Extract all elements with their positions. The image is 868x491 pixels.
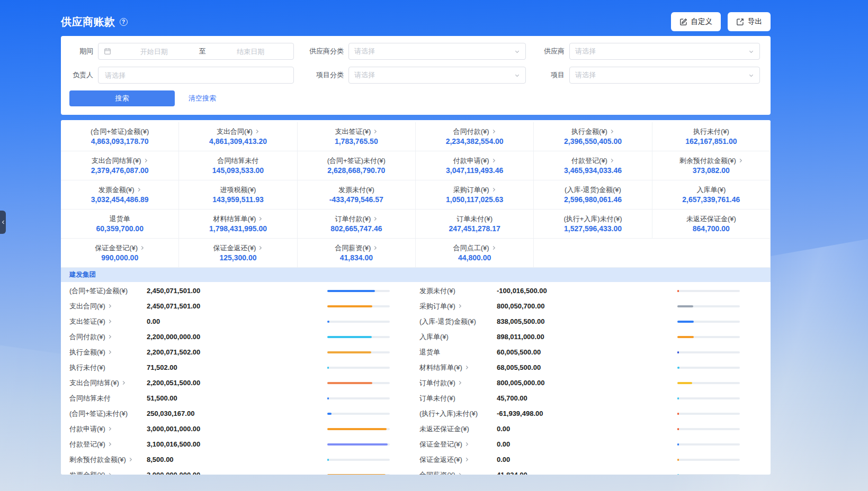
metric-value: 0.00	[497, 425, 677, 433]
stat-cell[interactable]: 保证金返还(¥) 125,300.00	[179, 239, 297, 268]
group-metrics: (合同+签证)金额(¥) 2,450,071,501.00 支出合同(¥)	[61, 282, 771, 475]
metric-row[interactable]: 保证金登记(¥) 0.00	[419, 437, 740, 452]
metric-row: (合同+签证)金额(¥) 2,450,071,501.00	[69, 283, 390, 298]
chevron-down-icon	[514, 49, 520, 54]
stat-label: 合同结算未付	[217, 157, 258, 164]
supplier-category-select[interactable]: 请选择	[348, 43, 526, 60]
start-date-input[interactable]	[111, 47, 197, 56]
metric-value: 2,450,071,501.00	[147, 287, 327, 295]
customize-button[interactable]: 自定义	[671, 12, 721, 31]
metric-label-text: 保证金登记(¥)	[419, 440, 462, 449]
summary-stats-grid: (合同+签证)金额(¥) 4,863,093,178.70 支出合同(¥) 4,…	[61, 122, 771, 268]
stat-cell[interactable]: 保证金登记(¥) 990,000.00	[61, 239, 179, 268]
stat-cell[interactable]: 材料结算单(¥) 1,798,431,995.00	[179, 210, 297, 239]
stat-label: 付款登记(¥)	[571, 157, 614, 164]
stat-cell[interactable]: 付款申请(¥) 3,047,119,493.46	[416, 151, 534, 180]
chevron-right-icon	[137, 187, 141, 192]
metric-row[interactable]: 合同薪资(¥) 41,834.00	[419, 467, 740, 475]
stat-label: (入库-退货)金额(¥)	[565, 186, 621, 193]
stat-value: 2,379,476,087.00	[91, 167, 149, 174]
metric-label: 合同付款(¥)	[69, 332, 147, 342]
chevron-right-icon	[491, 129, 496, 134]
chevron-right-icon	[458, 472, 462, 475]
group-name[interactable]: 建发集团	[69, 270, 96, 279]
metric-row[interactable]: 执行金额(¥) 2,200,071,502.00	[69, 344, 390, 360]
stat-cell[interactable]: 付款登记(¥) 3,465,934,033.46	[534, 151, 652, 180]
chevron-right-icon	[610, 129, 614, 134]
stat-cell[interactable]: 采购订单(¥) 1,050,117,025.63	[416, 180, 534, 210]
metric-row[interactable]: 发票金额(¥) 3,000,000,000.00	[69, 467, 390, 475]
metric-row[interactable]: 支出签证(¥) 0.00	[69, 314, 390, 329]
metric-label-text: 发票金额(¥)	[69, 470, 105, 475]
stat-value: 145,093,533.00	[212, 167, 264, 174]
metric-label: 支出合同结算(¥)	[69, 378, 147, 388]
metric-label-text: (入库-退货)金额(¥)	[419, 317, 476, 326]
stat-label: 未返还保证金(¥)	[686, 215, 736, 222]
metric-label-text: 订单付款(¥)	[419, 378, 455, 388]
owner-picker[interactable]	[98, 67, 294, 84]
stat-cell[interactable]: 支出合同(¥) 4,861,309,413.20	[179, 122, 297, 151]
metric-label: (入库-退货)金额(¥)	[419, 317, 497, 326]
stat-label: 支出签证(¥)	[335, 128, 378, 135]
project-category-label: 项目分类	[294, 70, 348, 80]
export-button-label: 导出	[748, 17, 762, 26]
page-content: 供应商账款 ? 自定义 导出 期间 至 供应商分类	[61, 0, 771, 475]
metric-row[interactable]: 支出合同(¥) 2,450,071,501.00	[69, 298, 390, 314]
metric-label-text: 发票未付(¥)	[419, 286, 455, 296]
stat-cell[interactable]: 订单付款(¥) 802,665,747.46	[298, 210, 416, 239]
export-icon	[736, 18, 744, 26]
owner-input[interactable]	[104, 71, 288, 80]
project-category-select[interactable]: 请选择	[348, 67, 526, 84]
metric-row: 合同结算未付 51,500.00	[69, 390, 390, 406]
metric-value: 800,005,000.00	[497, 379, 677, 387]
chevron-right-icon	[108, 472, 112, 475]
stat-cell[interactable]: 合同付款(¥) 2,234,382,554.00	[416, 122, 534, 151]
project-select[interactable]: 请选择	[569, 67, 760, 84]
stat-cell[interactable]: 发票金额(¥) 3,032,454,486.89	[61, 180, 179, 210]
metric-row[interactable]: 合同付款(¥) 2,200,000,000.00	[69, 329, 390, 344]
stat-cell[interactable]: 支出签证(¥) 1,783,765.50	[298, 122, 416, 151]
metric-bar-fill	[677, 321, 694, 323]
date-range-picker[interactable]: 至	[98, 43, 294, 60]
metric-value: 45,700.00	[497, 394, 677, 402]
stat-label-text: (执行+入库)未付(¥)	[563, 215, 622, 222]
metric-label: 未返还保证金(¥)	[419, 424, 497, 434]
end-date-input[interactable]	[208, 47, 294, 56]
metric-label: 退货单	[419, 348, 497, 357]
chevron-right-icon	[108, 334, 112, 339]
side-drawer-handle[interactable]	[0, 211, 6, 234]
metric-row[interactable]: 支出合同结算(¥) 2,200,051,500.00	[69, 375, 390, 390]
metric-row[interactable]: 材料结算单(¥) 68,005,500.00	[419, 360, 740, 375]
help-icon[interactable]: ?	[120, 18, 128, 26]
metric-label-text: (执行+入库)未付(¥)	[419, 409, 478, 419]
chevron-right-icon	[464, 442, 469, 447]
customize-button-label: 自定义	[691, 17, 713, 26]
metric-label-text: 合同付款(¥)	[69, 332, 105, 342]
stat-label: 材料结算单(¥)	[213, 215, 263, 222]
metric-bar-fill	[677, 428, 679, 430]
stat-cell: (合同+签证)未付(¥) 2,628,668,790.70	[298, 151, 416, 180]
stat-cell[interactable]: 合同薪资(¥) 41,834.00	[298, 239, 416, 268]
stat-label: 合同薪资(¥)	[335, 244, 378, 251]
metric-value: 3,000,001,000.00	[147, 425, 327, 433]
metric-label: 执行未付(¥)	[69, 363, 147, 372]
metric-row[interactable]: 保证金返还(¥) 0.00	[419, 452, 740, 467]
metric-row[interactable]: 订单付款(¥) 800,005,000.00	[419, 375, 740, 390]
metric-row[interactable]: 付款登记(¥) 3,100,016,500.00	[69, 437, 390, 452]
stat-label-text: (入库-退货)金额(¥)	[565, 186, 621, 193]
metric-row[interactable]: 付款申请(¥) 3,000,001,000.00	[69, 421, 390, 437]
supplier-select[interactable]: 请选择	[569, 43, 760, 60]
metric-bar-track	[677, 459, 740, 461]
search-button[interactable]: 搜索	[69, 90, 175, 106]
clear-search-link[interactable]: 清空搜索	[189, 94, 216, 103]
stat-cell[interactable]: 剩余预付款金额(¥) 373,082.00	[652, 151, 771, 180]
metric-row[interactable]: 剩余预付款金额(¥) 8,500.00	[69, 452, 390, 467]
metric-row[interactable]: 采购订单(¥) 800,050,700.00	[419, 298, 740, 314]
stat-cell[interactable]: 合同点工(¥) 44,800.00	[416, 239, 534, 268]
stat-cell[interactable]: 支出合同结算(¥) 2,379,476,087.00	[61, 151, 179, 180]
export-button[interactable]: 导出	[728, 12, 771, 31]
metric-row: 未返还保证金(¥) 0.00	[419, 421, 740, 437]
stat-value: 60,359,700.00	[96, 225, 144, 232]
metric-bar-fill	[677, 351, 679, 353]
stat-cell[interactable]: 执行金额(¥) 2,396,550,405.00	[534, 122, 652, 151]
